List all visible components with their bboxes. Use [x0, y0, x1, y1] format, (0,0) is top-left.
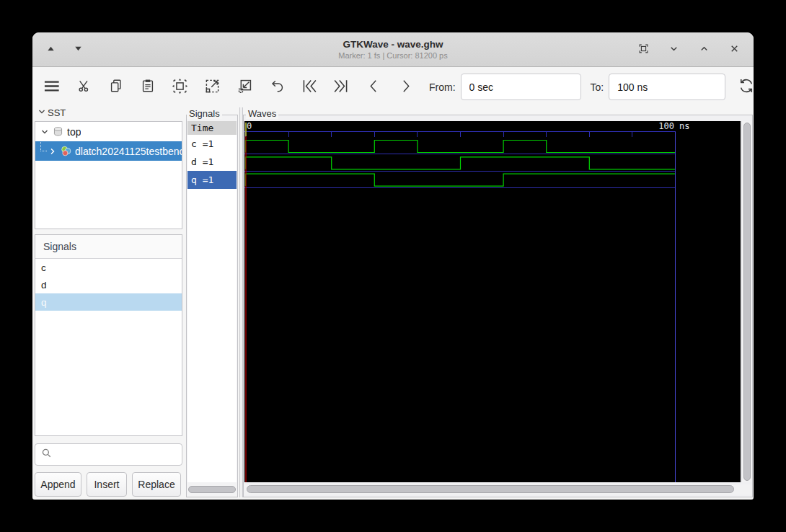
- zoom-in-button[interactable]: [203, 74, 222, 100]
- waves-vscrollbar[interactable]: [741, 121, 752, 482]
- tree-node-top[interactable]: top: [35, 122, 182, 141]
- svg-text:ns: ns: [679, 121, 689, 131]
- waves-panel: 0100ns: [243, 115, 753, 497]
- signal-search-header: Signals: [35, 235, 182, 259]
- toolbar-icons: [41, 74, 428, 100]
- signal-value-row[interactable]: d =1: [187, 153, 237, 171]
- paste-icon: [140, 78, 156, 96]
- tree-node-label: dlatch20241125testbench: [75, 146, 182, 157]
- zoom-out-button[interactable]: [235, 74, 255, 100]
- signal-search-list: cdq: [35, 259, 182, 311]
- undo-icon: [269, 78, 286, 97]
- close-button[interactable]: [725, 40, 743, 59]
- zoom-out-icon: [236, 77, 254, 97]
- skip-to-end-icon: [332, 77, 350, 97]
- sst-tree: topdlatch20241125testbench: [35, 121, 182, 229]
- signal-value-row[interactable]: c =1: [187, 135, 237, 153]
- triangle-down-icon: [74, 44, 83, 55]
- paste-button[interactable]: [138, 74, 157, 100]
- reload-icon: [737, 76, 754, 97]
- waves-hscrollbar[interactable]: [244, 484, 752, 495]
- triangle-up-icon: [46, 44, 56, 55]
- chevron-up-button[interactable]: [694, 40, 713, 59]
- reload-button[interactable]: [737, 74, 754, 100]
- sst-header[interactable]: SST: [37, 107, 66, 118]
- fit-button[interactable]: [634, 40, 653, 59]
- fit-icon: [637, 43, 650, 57]
- component-icon: [61, 146, 71, 156]
- signal-names-panel: Time c =1d =1q =1: [186, 115, 238, 497]
- cut-button[interactable]: [75, 74, 94, 100]
- expander-down-icon[interactable]: [40, 128, 49, 136]
- search-icon: [41, 448, 52, 461]
- sst-label: SST: [48, 107, 66, 118]
- titlebar-left: [41, 32, 87, 66]
- expander-right-icon[interactable]: [48, 147, 57, 156]
- search-input[interactable]: [56, 449, 176, 460]
- svg-text:0: 0: [247, 121, 252, 131]
- gtkwave-window: GTKWave - wave.ghw Marker: 1 fs | Cursor…: [32, 32, 754, 500]
- replace-button[interactable]: Replace: [132, 472, 181, 497]
- chevron-down-button[interactable]: [664, 40, 683, 59]
- step-left-button[interactable]: [364, 74, 383, 100]
- scrollbar-thumb[interactable]: [247, 485, 734, 493]
- toolbar: From: To:: [32, 68, 754, 106]
- marker-cursor-status: Marker: 1 fs | Cursor: 81200 ps: [338, 51, 447, 60]
- insert-button[interactable]: Insert: [87, 472, 127, 497]
- titlebar: GTKWave - wave.ghw Marker: 1 fs | Cursor…: [32, 32, 754, 67]
- signal-list-item[interactable]: q: [35, 293, 182, 311]
- triangle-down-button[interactable]: [69, 40, 87, 59]
- time-header: Time: [187, 121, 237, 135]
- to-label: To:: [591, 81, 604, 93]
- step-left-icon: [366, 78, 382, 97]
- waves-frame-label: Waves: [246, 108, 278, 119]
- signal-list-item[interactable]: c: [35, 259, 182, 276]
- waves-canvas[interactable]: 0100ns: [244, 121, 741, 482]
- signal-names-hscrollbar[interactable]: [188, 486, 236, 493]
- window-title: GTKWave - wave.ghw: [343, 39, 443, 50]
- menu-button[interactable]: [41, 74, 62, 100]
- undo-button[interactable]: [268, 74, 286, 100]
- scrollbar-thumb[interactable]: [188, 486, 236, 493]
- expander-down-icon[interactable]: [37, 107, 46, 118]
- tree-guide: [40, 142, 47, 151]
- signal-search-panel: Signals cdq: [35, 234, 182, 436]
- signal-names-frame-label: Signals: [187, 108, 222, 119]
- signal-values-list: c =1d =1q =1: [187, 135, 237, 189]
- to-input[interactable]: [609, 74, 725, 100]
- skip-to-start-button[interactable]: [299, 74, 319, 100]
- titlebar-right: [634, 32, 743, 66]
- zoom-fit-icon: [171, 77, 189, 97]
- from-label: From:: [429, 81, 456, 93]
- search-box: [35, 443, 182, 466]
- zoom-fit-button[interactable]: [170, 74, 190, 100]
- step-right-button[interactable]: [396, 74, 415, 100]
- signal-values-wrap: Time c =1d =1q =1: [187, 121, 237, 482]
- tree-node-dlatch20241125testbench[interactable]: dlatch20241125testbench: [35, 141, 182, 161]
- tree-node-label: top: [67, 126, 81, 138]
- scrollbar-thumb[interactable]: [743, 123, 751, 481]
- skip-to-end-button[interactable]: [332, 74, 351, 100]
- step-right-icon: [397, 78, 414, 97]
- menu-icon: [42, 76, 61, 98]
- zoom-in-icon: [203, 77, 221, 97]
- signal-list-item[interactable]: d: [35, 276, 182, 293]
- triangle-up-button[interactable]: [41, 40, 60, 59]
- signal-value-row[interactable]: q =1: [187, 171, 237, 189]
- copy-button[interactable]: [107, 74, 125, 100]
- cut-icon: [76, 78, 92, 96]
- copy-icon: [108, 78, 124, 96]
- chevron-down-icon: [668, 43, 679, 56]
- cylinder-icon: [53, 126, 63, 137]
- from-input[interactable]: [461, 74, 581, 100]
- chevron-up-icon: [699, 43, 710, 56]
- append-button[interactable]: Append: [35, 472, 81, 497]
- svg-text:100: 100: [658, 121, 674, 131]
- close-icon: [729, 43, 740, 56]
- skip-to-start-icon: [300, 77, 318, 97]
